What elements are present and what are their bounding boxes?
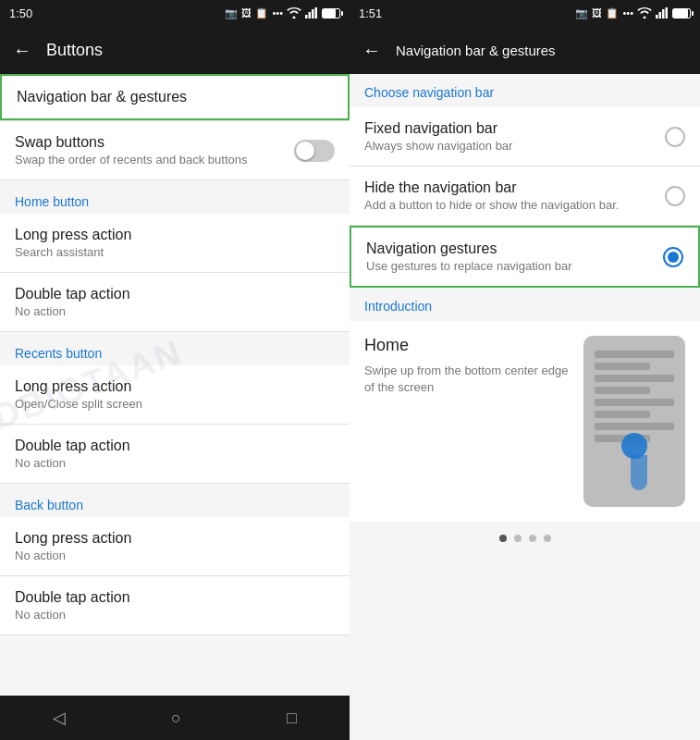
recents-section-header: Recents button: [0, 332, 350, 365]
back-nav-button[interactable]: ◁: [53, 708, 66, 728]
nav-gestures-item[interactable]: Navigation bar & gestures: [0, 74, 350, 120]
recents-long-press-title: Long press action: [15, 378, 335, 395]
pagination-dot-1: [499, 535, 507, 542]
dots-icon: •••: [272, 7, 283, 18]
right-wifi-icon: [637, 7, 652, 18]
back-long-press-title: Long press action: [15, 530, 335, 547]
home-section-label: Home button: [15, 194, 89, 209]
recents-long-press-item[interactable]: Long press action Open/Close split scree…: [0, 365, 350, 425]
screen-line-2: [595, 363, 650, 370]
back-double-tap-item[interactable]: Double tap action No action: [0, 576, 350, 635]
recents-long-press-subtitle: Open/Close split screen: [15, 397, 335, 411]
left-status-icons: 📷 🖼 📋 •••: [225, 7, 340, 19]
toggle-knob: [296, 142, 314, 160]
back-section-header: Back button: [0, 484, 350, 517]
hide-nav-radio[interactable]: [665, 186, 685, 206]
swap-buttons-toggle[interactable]: [294, 140, 335, 162]
pagination-dot-4: [544, 535, 551, 542]
home-long-press-title: Long press action: [15, 227, 335, 243]
back-double-tap-title: Double tap action: [15, 589, 335, 606]
left-page-title: Buttons: [46, 41, 103, 60]
home-long-press-item[interactable]: Long press action Search assistant: [0, 214, 350, 273]
hide-nav-bar-option[interactable]: Hide the navigation bar Add a button to …: [350, 166, 700, 226]
signal-icon: [305, 7, 318, 18]
nav-gestures-radio[interactable]: [663, 247, 683, 267]
gesture-finger-group: [621, 433, 647, 490]
back-long-press-subtitle: No action: [15, 549, 335, 562]
pagination-dot-3: [529, 535, 536, 542]
right-clip-icon: 📋: [606, 7, 619, 19]
screen-line-6: [595, 411, 650, 418]
recents-long-press-text: Long press action Open/Close split scree…: [15, 378, 335, 411]
pagination: [350, 522, 700, 549]
phone-illustration: [583, 336, 685, 507]
finger-tail: [631, 455, 647, 490]
nav-gestures-option[interactable]: Navigation gestures Use gestures to repl…: [350, 226, 700, 288]
right-back-button[interactable]: ←: [362, 40, 381, 61]
left-time: 1:50: [9, 6, 32, 20]
right-img-icon: 🖼: [592, 7, 602, 18]
left-status-bar: 1:50 📷 🖼 📋 •••: [0, 0, 350, 26]
home-long-press-subtitle: Search assistant: [15, 245, 335, 259]
screen-line-3: [595, 375, 674, 382]
introduction-label: Introduction: [350, 288, 700, 321]
fixed-nav-bar-option[interactable]: Fixed navigation bar Always show navigat…: [350, 107, 700, 166]
home-double-tap-title: Double tap action: [15, 286, 335, 302]
left-back-button[interactable]: ←: [13, 40, 31, 61]
fixed-nav-text: Fixed navigation bar Always show navigat…: [364, 120, 665, 153]
swap-buttons-item[interactable]: Swap buttons Swap the order of recents a…: [0, 121, 350, 180]
home-double-tap-item[interactable]: Double tap action No action: [0, 273, 350, 332]
left-battery-icon: [322, 8, 340, 18]
screen-line-4: [595, 387, 650, 394]
fixed-nav-subtitle: Always show navigation bar: [364, 139, 665, 153]
gesture-description: Swipe up from the bottom center edge of …: [364, 363, 569, 396]
svg-rect-3: [315, 7, 318, 18]
gesture-title: Home: [364, 336, 569, 355]
swap-buttons-subtitle: Swap the order of recents and back butto…: [15, 153, 294, 166]
home-section-header: Home button: [0, 180, 350, 214]
right-signal-icon: [656, 7, 669, 18]
nav-gestures-radio-item[interactable]: Navigation gestures Use gestures to repl…: [351, 228, 698, 286]
home-double-tap-text: Double tap action No action: [15, 286, 335, 318]
svg-rect-7: [666, 7, 669, 18]
right-status-icons: 📷 🖼 📋 •••: [575, 7, 691, 19]
svg-rect-1: [309, 12, 312, 18]
nav-gestures-option-subtitle: Use gestures to replace navigation bar: [366, 259, 663, 273]
right-status-bar: 1:51 📷 🖼 📋 •••: [350, 0, 700, 26]
fixed-nav-title: Fixed navigation bar: [364, 120, 665, 137]
gesture-text: Home Swipe up from the bottom center edg…: [364, 336, 569, 396]
left-panel: 1:50 📷 🖼 📋 ••• ← Buttons DBIGTAAN Naviga…: [0, 0, 350, 740]
recents-section-label: Recents button: [15, 346, 102, 361]
svg-rect-6: [662, 9, 665, 18]
home-nav-button[interactable]: ○: [171, 709, 181, 728]
recents-double-tap-item[interactable]: Double tap action No action: [0, 425, 350, 484]
swap-buttons-title: Swap buttons: [15, 134, 294, 151]
right-dots-icon: •••: [622, 7, 633, 18]
back-long-press-item[interactable]: Long press action No action: [0, 517, 350, 576]
nav-gestures-label: Navigation bar & gestures: [17, 89, 187, 105]
svg-rect-2: [312, 9, 314, 18]
right-time: 1:51: [359, 6, 382, 20]
hide-nav-subtitle: Add a button to hide or show the navigat…: [364, 198, 665, 212]
right-portrait-icon: 📷: [575, 7, 588, 19]
screen-line-5: [595, 399, 674, 406]
left-toolbar: ← Buttons: [0, 26, 350, 74]
fixed-nav-radio[interactable]: [665, 127, 685, 147]
screen-line-7: [595, 423, 674, 430]
left-nav-bar: ◁ ○ □: [0, 696, 350, 740]
gesture-card: Home Swipe up from the bottom center edg…: [350, 321, 700, 522]
recents-double-tap-subtitle: No action: [15, 456, 335, 470]
wifi-icon: [287, 7, 301, 18]
recents-double-tap-title: Double tap action: [15, 438, 335, 454]
recents-nav-button[interactable]: □: [287, 709, 297, 728]
img-icon: 🖼: [241, 7, 252, 18]
recents-double-tap-text: Double tap action No action: [15, 438, 335, 470]
hide-nav-text: Hide the navigation bar Add a button to …: [364, 179, 665, 212]
nav-gestures-option-title: Navigation gestures: [366, 240, 663, 257]
left-content: DBIGTAAN Navigation bar & gestures Swap …: [0, 74, 350, 696]
hide-nav-title: Hide the navigation bar: [364, 179, 665, 196]
right-page-title: Navigation bar & gestures: [396, 43, 556, 58]
screen-line-1: [595, 351, 674, 358]
right-content: Choose navigation bar Fixed navigation b…: [350, 74, 700, 740]
svg-rect-5: [659, 12, 662, 18]
